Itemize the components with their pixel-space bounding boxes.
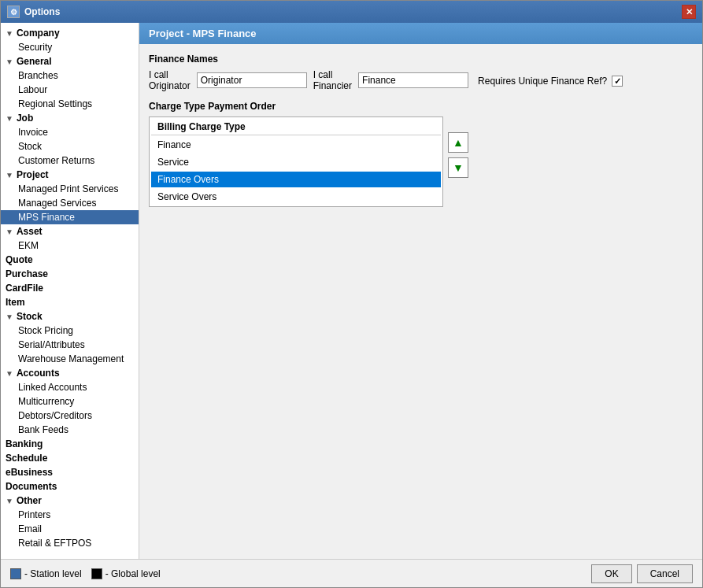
sidebar-item-security[interactable]: Security	[1, 40, 139, 54]
sidebar-label-email: Email	[18, 523, 42, 534]
options-window: ⚙ Options ✕ ▼CompanySecurity▼GeneralBran…	[0, 0, 703, 588]
sidebar-label-security: Security	[18, 42, 52, 53]
sidebar-item-banking[interactable]: Banking	[1, 437, 139, 451]
sidebar-item-retail-eftpos[interactable]: Retail & EFTPOS	[1, 536, 139, 550]
sidebar-label-documents: Documents	[6, 481, 57, 492]
sidebar-item-email[interactable]: Email	[1, 522, 139, 536]
sidebar-label-bank-feeds: Bank Feeds	[18, 424, 68, 435]
sidebar-item-job[interactable]: ▼Job	[1, 111, 139, 125]
sidebar-label-branches: Branches	[18, 70, 58, 81]
sidebar-item-project[interactable]: ▼Project	[1, 168, 139, 182]
triangle-icon: ▼	[6, 227, 13, 236]
station-legend: - Station level	[10, 568, 82, 579]
sidebar-item-stock-pricing[interactable]: Stock Pricing	[1, 324, 139, 338]
move-up-button[interactable]: ▲	[448, 132, 468, 153]
sidebar-item-debtors-creditors[interactable]: Debtors/Creditors	[1, 409, 139, 423]
sidebar-label-purchase: Purchase	[6, 268, 48, 279]
triangle-icon: ▼	[6, 171, 13, 179]
sidebar-item-printers[interactable]: Printers	[1, 508, 139, 522]
ok-button[interactable]: OK	[591, 564, 631, 583]
sidebar-label-labour: Labour	[18, 84, 47, 95]
sidebar-item-managed-services[interactable]: Managed Services	[1, 196, 139, 210]
sidebar-item-general[interactable]: ▼General	[1, 54, 139, 68]
sidebar-item-quote[interactable]: Quote	[1, 253, 139, 267]
sidebar-item-stock[interactable]: Stock	[1, 139, 139, 153]
originator-row: I call Originator I call Financier	[149, 69, 468, 91]
sidebar-label-job: Job	[17, 113, 33, 124]
sidebar-label-retail-eftpos: Retail & EFTPOS	[18, 538, 91, 549]
sidebar-item-mps-finance[interactable]: MPS Finance	[1, 210, 139, 224]
sidebar-label-stock-pricing: Stock Pricing	[18, 325, 73, 336]
sidebar-label-warehouse-management: Warehouse Management	[18, 353, 124, 364]
content-area: Project - MPS Finance Finance Names I ca…	[139, 23, 702, 559]
sidebar-label-other: Other	[17, 495, 42, 506]
sidebar-item-labour[interactable]: Labour	[1, 83, 139, 97]
sidebar-item-stock-top[interactable]: ▼Stock	[1, 309, 139, 324]
unique-finance-checkbox[interactable]	[612, 76, 623, 87]
sidebar-label-regional-settings: Regional Settings	[18, 98, 92, 109]
financier-input[interactable]	[358, 72, 468, 88]
window-title: Options	[24, 6, 60, 17]
sidebar-item-multicurrency[interactable]: Multicurrency	[1, 394, 139, 409]
triangle-icon: ▼	[6, 57, 13, 66]
sidebar-item-asset[interactable]: ▼Asset	[1, 224, 139, 239]
sidebar-label-mps-finance: MPS Finance	[18, 212, 75, 223]
sidebar-item-company[interactable]: ▼Company	[1, 26, 139, 40]
sidebar-item-invoice[interactable]: Invoice	[1, 125, 139, 139]
charge-type-section: Billing Charge TypeFinanceServiceFinance…	[149, 116, 443, 207]
sidebar-item-linked-accounts[interactable]: Linked Accounts	[1, 380, 139, 394]
sidebar-item-other[interactable]: ▼Other	[1, 494, 139, 508]
sidebar-label-ebusiness: eBusiness	[6, 467, 53, 478]
sidebar-label-banking: Banking	[6, 438, 43, 449]
sidebar-item-documents[interactable]: Documents	[1, 479, 139, 494]
sidebar-item-purchase[interactable]: Purchase	[1, 267, 139, 281]
global-legend-box	[91, 568, 102, 579]
close-button[interactable]: ✕	[682, 5, 696, 19]
left-panel: Finance Names I call Originator I call F…	[149, 54, 468, 549]
sidebar-label-managed-services: Managed Services	[18, 198, 96, 209]
originator-label: I call Originator	[149, 69, 191, 91]
charge-type-item-1[interactable]: Finance	[151, 137, 441, 153]
sidebar-item-accounts[interactable]: ▼Accounts	[1, 366, 139, 380]
sidebar-item-regional-settings[interactable]: Regional Settings	[1, 97, 139, 111]
sidebar-label-ekm: EKM	[18, 240, 39, 251]
sidebar-item-item[interactable]: Item	[1, 295, 139, 309]
finance-names-section: Finance Names I call Originator I call F…	[149, 54, 468, 91]
global-legend: - Global level	[91, 568, 161, 579]
title-bar: ⚙ Options ✕	[1, 1, 702, 23]
sidebar-item-branches[interactable]: Branches	[1, 68, 139, 83]
sidebar-item-serial-attributes[interactable]: Serial/Attributes	[1, 338, 139, 352]
move-down-button[interactable]: ▼	[448, 157, 468, 178]
triangle-icon: ▼	[6, 114, 13, 123]
sidebar-label-customer-returns: Customer Returns	[18, 155, 94, 166]
charge-type-item-3[interactable]: Finance Overs	[151, 172, 441, 187]
sidebar-item-bank-feeds[interactable]: Bank Feeds	[1, 423, 139, 437]
charge-type-header: Charge Type Payment Order	[149, 101, 468, 112]
sidebar-item-warehouse-management[interactable]: Warehouse Management	[1, 352, 139, 366]
sidebar-item-ekm[interactable]: EKM	[1, 239, 139, 253]
charge-type-list: Billing Charge TypeFinanceServiceFinance…	[150, 117, 442, 206]
panel-body: Finance Names I call Originator I call F…	[139, 44, 702, 559]
sidebar-label-project: Project	[17, 169, 49, 180]
right-panel: Requires Unique Finance Ref?	[478, 54, 693, 549]
originator-input[interactable]	[197, 72, 307, 88]
sidebar-label-invoice: Invoice	[18, 127, 48, 138]
sidebar-label-cardfile: CardFile	[6, 283, 43, 294]
sidebar-label-debtors-creditors: Debtors/Creditors	[18, 410, 92, 421]
sidebar-item-cardfile[interactable]: CardFile	[1, 281, 139, 295]
cancel-button[interactable]: Cancel	[637, 564, 693, 583]
charge-type-item-0[interactable]: Billing Charge Type	[151, 119, 441, 135]
sidebar-item-schedule[interactable]: Schedule	[1, 451, 139, 465]
sidebar-label-company: Company	[17, 28, 60, 39]
sidebar: ▼CompanySecurity▼GeneralBranchesLabourRe…	[1, 23, 139, 559]
charge-type-item-4[interactable]: Service Overs	[151, 189, 441, 205]
triangle-icon: ▼	[6, 369, 13, 378]
sidebar-label-quote: Quote	[6, 254, 33, 265]
sidebar-item-ebusiness[interactable]: eBusiness	[1, 465, 139, 479]
sidebar-label-serial-attributes: Serial/Attributes	[18, 339, 85, 350]
sidebar-label-general: General	[17, 56, 52, 67]
charge-type-item-2[interactable]: Service	[151, 154, 441, 170]
sidebar-item-customer-returns[interactable]: Customer Returns	[1, 153, 139, 168]
legend: - Station level - Global level	[10, 568, 161, 579]
sidebar-item-managed-print-services[interactable]: Managed Print Services	[1, 182, 139, 196]
